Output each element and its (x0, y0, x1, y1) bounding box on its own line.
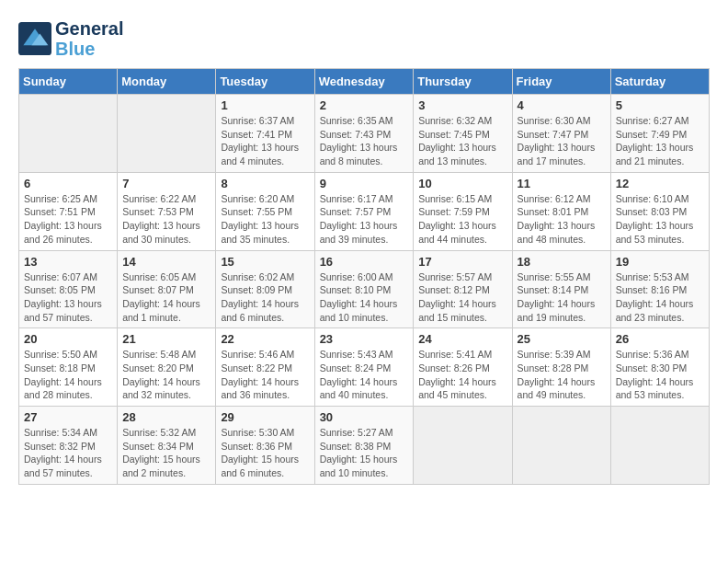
day-info: Sunrise: 5:43 AM Sunset: 8:24 PM Dayligh… (320, 348, 409, 402)
calendar-cell: 22Sunrise: 5:46 AM Sunset: 8:22 PM Dayli… (216, 328, 314, 407)
calendar-cell: 2Sunrise: 6:35 AM Sunset: 7:43 PM Daylig… (314, 95, 414, 173)
day-number: 16 (320, 255, 409, 269)
day-info: Sunrise: 6:07 AM Sunset: 8:05 PM Dayligh… (24, 270, 112, 325)
col-header-tuesday: Tuesday (216, 69, 314, 95)
calendar-cell: 28Sunrise: 5:32 AM Sunset: 8:34 PM Dayli… (118, 407, 216, 485)
calendar-cell: 24Sunrise: 5:41 AM Sunset: 8:26 PM Dayli… (414, 328, 512, 407)
week-row-5: 27Sunrise: 5:34 AM Sunset: 8:32 PM Dayli… (19, 407, 710, 485)
col-header-monday: Monday (118, 69, 216, 95)
day-info: Sunrise: 5:41 AM Sunset: 8:26 PM Dayligh… (418, 348, 506, 402)
day-number: 3 (418, 98, 506, 112)
day-number: 5 (616, 98, 704, 112)
day-number: 9 (320, 177, 409, 190)
day-info: Sunrise: 6:25 AM Sunset: 7:51 PM Dayligh… (24, 192, 112, 247)
calendar-cell: 18Sunrise: 5:55 AM Sunset: 8:14 PM Dayli… (512, 250, 610, 328)
calendar-cell: 19Sunrise: 5:53 AM Sunset: 8:16 PM Dayli… (610, 250, 709, 328)
calendar-cell: 26Sunrise: 5:36 AM Sunset: 8:30 PM Dayli… (610, 328, 709, 407)
day-info: Sunrise: 5:32 AM Sunset: 8:34 PM Dayligh… (122, 426, 210, 480)
day-info: Sunrise: 6:37 AM Sunset: 7:41 PM Dayligh… (221, 114, 309, 168)
col-header-sunday: Sunday (19, 69, 118, 95)
day-info: Sunrise: 5:53 AM Sunset: 8:16 PM Dayligh… (616, 270, 704, 325)
calendar-cell: 15Sunrise: 6:02 AM Sunset: 8:09 PM Dayli… (216, 250, 314, 328)
col-header-saturday: Saturday (610, 69, 709, 95)
day-number: 14 (122, 255, 210, 269)
day-info: Sunrise: 6:35 AM Sunset: 7:43 PM Dayligh… (320, 114, 409, 168)
header-row: SundayMondayTuesdayWednesdayThursdayFrid… (19, 69, 710, 95)
calendar-cell: 11Sunrise: 6:12 AM Sunset: 8:01 PM Dayli… (512, 172, 610, 250)
calendar-cell (610, 407, 709, 485)
col-header-wednesday: Wednesday (314, 69, 414, 95)
day-number: 27 (24, 410, 112, 424)
calendar-cell: 8Sunrise: 6:20 AM Sunset: 7:55 PM Daylig… (216, 172, 314, 250)
logo-text: General Blue (55, 18, 123, 59)
logo: General Blue (18, 18, 123, 59)
calendar-cell: 25Sunrise: 5:39 AM Sunset: 8:28 PM Dayli… (512, 328, 610, 407)
calendar-cell: 9Sunrise: 6:17 AM Sunset: 7:57 PM Daylig… (314, 172, 414, 250)
calendar-cell: 6Sunrise: 6:25 AM Sunset: 7:51 PM Daylig… (19, 172, 118, 250)
day-number: 28 (122, 410, 210, 424)
calendar-header: SundayMondayTuesdayWednesdayThursdayFrid… (19, 69, 710, 95)
week-row-2: 6Sunrise: 6:25 AM Sunset: 7:51 PM Daylig… (19, 172, 710, 250)
calendar-cell: 3Sunrise: 6:32 AM Sunset: 7:45 PM Daylig… (414, 95, 512, 173)
day-number: 30 (320, 410, 409, 424)
day-number: 13 (24, 255, 112, 269)
day-info: Sunrise: 5:30 AM Sunset: 8:36 PM Dayligh… (221, 426, 309, 480)
day-info: Sunrise: 6:15 AM Sunset: 7:59 PM Dayligh… (418, 192, 506, 247)
day-number: 15 (221, 255, 309, 269)
week-row-3: 13Sunrise: 6:07 AM Sunset: 8:05 PM Dayli… (19, 250, 710, 328)
day-number: 26 (616, 332, 704, 346)
day-number: 7 (122, 177, 210, 190)
day-info: Sunrise: 5:46 AM Sunset: 8:22 PM Dayligh… (221, 348, 309, 402)
day-info: Sunrise: 5:34 AM Sunset: 8:32 PM Dayligh… (24, 426, 112, 480)
day-info: Sunrise: 6:17 AM Sunset: 7:57 PM Dayligh… (320, 192, 409, 247)
day-info: Sunrise: 6:05 AM Sunset: 8:07 PM Dayligh… (122, 270, 210, 325)
calendar-table: SundayMondayTuesdayWednesdayThursdayFrid… (18, 68, 710, 485)
day-info: Sunrise: 6:00 AM Sunset: 8:10 PM Dayligh… (320, 270, 409, 325)
col-header-friday: Friday (512, 69, 610, 95)
day-info: Sunrise: 6:32 AM Sunset: 7:45 PM Dayligh… (418, 114, 506, 168)
day-number: 6 (24, 177, 112, 190)
day-info: Sunrise: 5:36 AM Sunset: 8:30 PM Dayligh… (616, 348, 704, 402)
day-number: 12 (616, 177, 704, 190)
day-info: Sunrise: 5:50 AM Sunset: 8:18 PM Dayligh… (24, 348, 112, 402)
calendar-cell: 29Sunrise: 5:30 AM Sunset: 8:36 PM Dayli… (216, 407, 314, 485)
day-number: 21 (122, 332, 210, 346)
day-number: 2 (320, 98, 409, 112)
day-info: Sunrise: 5:39 AM Sunset: 8:28 PM Dayligh… (518, 348, 606, 402)
day-number: 10 (418, 177, 506, 190)
day-number: 25 (518, 332, 606, 346)
calendar-cell: 4Sunrise: 6:30 AM Sunset: 7:47 PM Daylig… (512, 95, 610, 173)
calendar-cell (414, 407, 512, 485)
day-info: Sunrise: 5:27 AM Sunset: 8:38 PM Dayligh… (320, 426, 409, 480)
calendar-cell: 13Sunrise: 6:07 AM Sunset: 8:05 PM Dayli… (19, 250, 118, 328)
calendar-cell: 17Sunrise: 5:57 AM Sunset: 8:12 PM Dayli… (414, 250, 512, 328)
day-number: 11 (518, 177, 606, 190)
calendar-cell: 23Sunrise: 5:43 AM Sunset: 8:24 PM Dayli… (314, 328, 414, 407)
calendar-cell: 20Sunrise: 5:50 AM Sunset: 8:18 PM Dayli… (19, 328, 118, 407)
calendar-body: 1Sunrise: 6:37 AM Sunset: 7:41 PM Daylig… (19, 95, 710, 485)
day-info: Sunrise: 6:20 AM Sunset: 7:55 PM Dayligh… (221, 192, 309, 247)
calendar-cell: 1Sunrise: 6:37 AM Sunset: 7:41 PM Daylig… (216, 95, 314, 173)
day-number: 19 (616, 255, 704, 269)
calendar-cell (512, 407, 610, 485)
logo-icon (18, 22, 51, 55)
calendar-cell (19, 95, 118, 173)
day-info: Sunrise: 6:27 AM Sunset: 7:49 PM Dayligh… (616, 114, 704, 168)
day-number: 17 (418, 255, 506, 269)
day-number: 4 (518, 98, 606, 112)
day-number: 23 (320, 332, 409, 346)
day-info: Sunrise: 6:02 AM Sunset: 8:09 PM Dayligh… (221, 270, 309, 325)
col-header-thursday: Thursday (414, 69, 512, 95)
day-number: 24 (418, 332, 506, 346)
day-info: Sunrise: 6:22 AM Sunset: 7:53 PM Dayligh… (122, 192, 210, 247)
calendar-cell: 30Sunrise: 5:27 AM Sunset: 8:38 PM Dayli… (314, 407, 414, 485)
day-info: Sunrise: 5:55 AM Sunset: 8:14 PM Dayligh… (518, 270, 606, 325)
calendar-cell: 5Sunrise: 6:27 AM Sunset: 7:49 PM Daylig… (610, 95, 709, 173)
day-number: 20 (24, 332, 112, 346)
calendar-cell: 7Sunrise: 6:22 AM Sunset: 7:53 PM Daylig… (118, 172, 216, 250)
day-info: Sunrise: 6:30 AM Sunset: 7:47 PM Dayligh… (518, 114, 606, 168)
calendar-cell: 14Sunrise: 6:05 AM Sunset: 8:07 PM Dayli… (118, 250, 216, 328)
page-header: General Blue (18, 18, 710, 59)
week-row-1: 1Sunrise: 6:37 AM Sunset: 7:41 PM Daylig… (19, 95, 710, 173)
day-number: 8 (221, 177, 309, 190)
